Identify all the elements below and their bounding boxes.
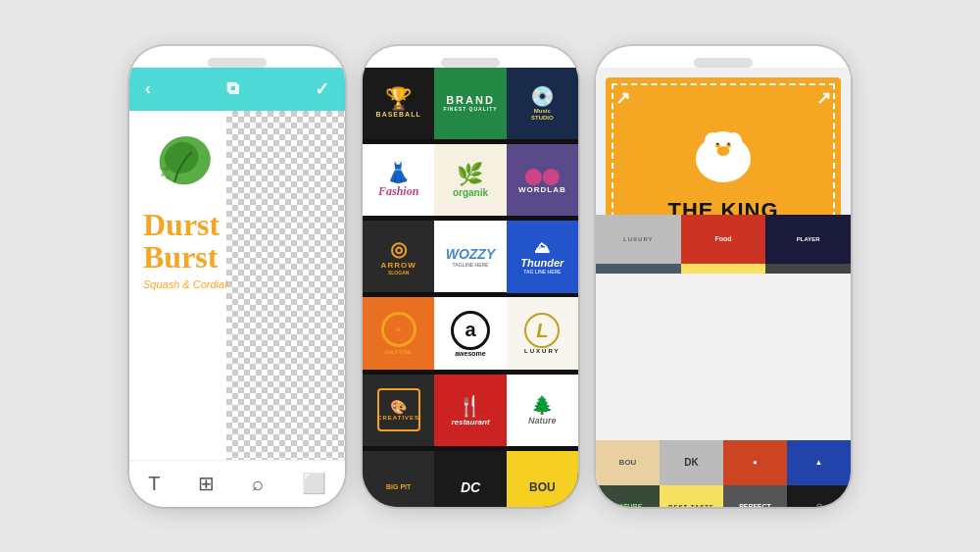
crop-tool-icon[interactable]: ⊞ bbox=[198, 472, 215, 495]
phone1-topbar: ‹ ⧉ ✓ bbox=[129, 68, 345, 111]
phone-3: ↗ ↗ THE KING FOREST bbox=[596, 46, 851, 507]
phone3-bottom-grid: BOU DK ● ▲ NATURE BEST TASTE PERFECT ⬡ bbox=[596, 440, 851, 507]
baseball-logo-cell[interactable]: 🏆 BASEBALL bbox=[363, 68, 434, 139]
corner-arrow-tr: ↗ bbox=[816, 87, 831, 109]
wordlab-logo-cell[interactable]: ⬤⬤ WORDLAB bbox=[507, 144, 578, 216]
p3-misc-cell[interactable]: ⬡ bbox=[787, 485, 851, 507]
p3-nature2-cell[interactable]: NATURE bbox=[596, 485, 660, 507]
nature-logo-cell[interactable]: 🌲 Nature bbox=[507, 375, 578, 446]
p3-nature-cell[interactable]: NATURE bbox=[596, 264, 681, 274]
leaf-logo bbox=[149, 130, 227, 203]
logo-name-line1: Durst bbox=[143, 209, 227, 242]
svg-point-2 bbox=[164, 166, 169, 171]
luxury-logo-cell[interactable]: L LUXURY bbox=[507, 297, 578, 369]
phone3-main-area: ↗ ↗ THE KING FOREST bbox=[596, 68, 851, 274]
p3-yellow-cell[interactable]: BEST TASTE bbox=[660, 485, 723, 507]
dc-logo-cell[interactable]: DC bbox=[434, 451, 506, 506]
arrow-logo-cell[interactable]: ◎ ARROW SLOGAN bbox=[363, 221, 434, 292]
p3-extra2-cell[interactable]: ▲ bbox=[787, 440, 851, 486]
logo-subtitle: Squash & Cordial bbox=[143, 278, 227, 290]
p3-dk-cell[interactable]: DK bbox=[660, 440, 723, 486]
bou-logo-cell[interactable]: BOU bbox=[507, 451, 578, 506]
back-icon[interactable]: ‹ bbox=[145, 78, 151, 99]
image-tool-icon[interactable]: ⬜ bbox=[302, 472, 326, 495]
phone-1: ‹ ⧉ ✓ Durst bbox=[129, 46, 345, 507]
text-tool-icon[interactable]: T bbox=[148, 473, 160, 495]
wozzy-logo-cell[interactable]: WOZZY TAGLINE HERE bbox=[434, 221, 506, 292]
thunder-logo-cell[interactable]: ⛰ Thunder TAG LINE HERE bbox=[507, 221, 578, 292]
logo-template-grid: 🏆 BASEBALL BRAND FINEST QUALITY 💿 MusicS… bbox=[363, 68, 578, 507]
phone-2: 🏆 BASEBALL BRAND FINEST QUALITY 💿 MusicS… bbox=[363, 46, 578, 507]
p3-food-cell[interactable]: Food bbox=[681, 215, 766, 264]
svg-point-5 bbox=[160, 166, 164, 170]
check-icon[interactable]: ✓ bbox=[315, 78, 329, 100]
music-studio-logo-cell[interactable]: 💿 MusicSTUDIO bbox=[507, 68, 578, 139]
phone3-content: ↗ ↗ THE KING FOREST bbox=[596, 68, 851, 507]
corner-arrow-tl: ↗ bbox=[615, 87, 630, 109]
big-pit-logo-cell[interactable]: BIG PIT bbox=[363, 451, 434, 506]
p3-bou-cell[interactable]: BOU bbox=[596, 440, 660, 486]
p3-bt-cell[interactable]: B T bbox=[681, 264, 766, 274]
p3-perfect-cell[interactable]: PERFECT bbox=[765, 264, 851, 274]
restaurant-logo-cell[interactable]: 🍴 restaurant bbox=[434, 375, 506, 446]
brand-logo-cell[interactable]: BRAND FINEST QUALITY bbox=[434, 68, 506, 139]
svg-point-3 bbox=[161, 173, 165, 176]
p3-extra1-cell[interactable]: ● bbox=[723, 440, 787, 486]
svg-point-4 bbox=[166, 175, 170, 178]
logo-name-line2: Burst bbox=[143, 241, 227, 275]
p3-player-cell[interactable]: PLAYER bbox=[765, 215, 851, 264]
logo-canvas: Durst Burst Squash & Cordial bbox=[129, 111, 345, 460]
transparent-bg bbox=[226, 111, 345, 460]
phone1-toolbar: T ⊞ ⌕ ⬜ bbox=[129, 460, 345, 507]
awesome-logo-cell[interactable]: a awesome bbox=[434, 297, 506, 369]
fashion-logo-cell[interactable]: 👗 Fashion bbox=[363, 144, 434, 216]
search-tool-icon[interactable]: ⌕ bbox=[252, 473, 264, 495]
p3-perfect2-cell[interactable]: PERFECT bbox=[723, 485, 787, 507]
halftone-logo-cell[interactable]: H HALFTONE bbox=[363, 297, 434, 369]
organik-logo-cell[interactable]: 🌿 organik bbox=[434, 144, 506, 216]
creatives-logo-cell[interactable]: 🎨 CREATIVES bbox=[363, 375, 434, 446]
logo-grid-container: 🏆 BASEBALL BRAND FINEST QUALITY 💿 MusicS… bbox=[363, 68, 578, 507]
logo-text-area: Durst Burst Squash & Cordial bbox=[143, 209, 227, 290]
p3-luxury-cell[interactable]: LUXURY bbox=[596, 215, 681, 264]
layers-icon[interactable]: ⧉ bbox=[226, 78, 239, 99]
